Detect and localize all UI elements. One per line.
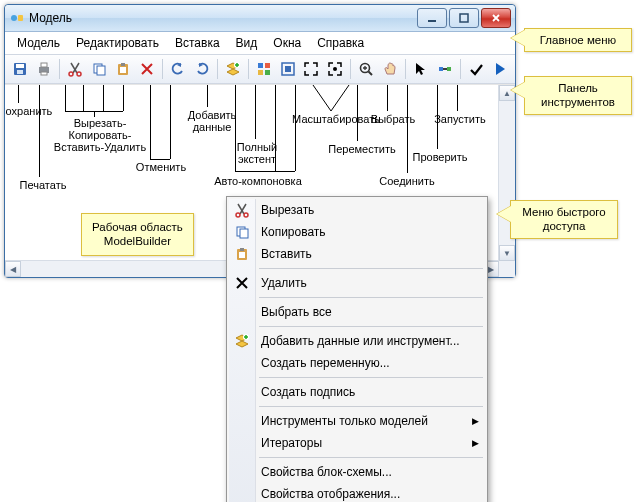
svg-rect-9: [41, 72, 47, 75]
ann-add-data: Добавить данные: [177, 109, 247, 133]
svg-rect-8: [41, 63, 47, 67]
toolbar-full-extent-icon[interactable]: [277, 58, 299, 80]
context-menu-item-label: Добавить данные или инструмент...: [261, 334, 460, 348]
context-menu-separator: [259, 326, 483, 327]
context-menu-item-label: Вставить: [261, 247, 312, 261]
svg-rect-1: [18, 15, 23, 21]
titlebar: Модель: [5, 5, 515, 32]
menu-windows[interactable]: Окна: [267, 34, 307, 52]
toolbar-separator: [59, 59, 60, 79]
ann-line: [255, 85, 256, 139]
delete-x-icon: [234, 275, 250, 291]
submenu-arrow-icon: ▶: [472, 416, 479, 426]
context-menu-item-label: Вырезать: [261, 203, 314, 217]
toolbar-zoom-in-icon[interactable]: [355, 58, 377, 80]
scroll-down-button[interactable]: ▼: [499, 245, 515, 261]
toolbar-validate-icon[interactable]: [465, 58, 487, 80]
callout-context-menu: Меню быстрого доступа: [510, 200, 618, 239]
close-button[interactable]: [481, 8, 511, 28]
toolbar-delete-icon[interactable]: [136, 58, 158, 80]
svg-rect-15: [121, 63, 125, 66]
svg-rect-27: [447, 67, 451, 71]
ann-line: [18, 85, 19, 103]
context-menu-item[interactable]: Копировать: [229, 221, 485, 243]
ann-line: [39, 85, 40, 177]
ann-line: [309, 85, 353, 113]
toolbar-separator: [217, 59, 218, 79]
toolbar-save-icon[interactable]: [9, 58, 31, 80]
svg-point-10: [69, 72, 73, 76]
context-menu-item[interactable]: Вставить: [229, 243, 485, 265]
svg-rect-20: [258, 70, 263, 75]
menu-view[interactable]: Вид: [230, 34, 264, 52]
toolbar-fit-icon[interactable]: [300, 58, 322, 80]
context-menu-item-label: Удалить: [261, 276, 307, 290]
toolbar-auto-layout-icon[interactable]: [253, 58, 275, 80]
svg-rect-23: [285, 66, 291, 72]
svg-rect-6: [17, 70, 23, 74]
toolbar-paste-icon[interactable]: [112, 58, 134, 80]
toolbar: [5, 54, 515, 84]
toolbar-undo-icon[interactable]: [167, 58, 189, 80]
svg-rect-3: [460, 14, 468, 22]
ann-line: [170, 85, 171, 159]
menu-model[interactable]: Модель: [11, 34, 66, 52]
toolbar-select-icon[interactable]: [410, 58, 432, 80]
maximize-button[interactable]: [449, 8, 479, 28]
menu-edit[interactable]: Редактировать: [70, 34, 165, 52]
context-menu-item[interactable]: Создать переменную...: [229, 352, 485, 374]
context-menu-item[interactable]: Добавить данные или инструмент...: [229, 330, 485, 352]
toolbar-redo-icon[interactable]: [191, 58, 213, 80]
svg-rect-19: [265, 63, 270, 68]
context-menu: ВырезатьКопироватьВставитьУдалитьВыбрать…: [226, 196, 488, 502]
minimize-button[interactable]: [417, 8, 447, 28]
context-menu-item[interactable]: Вырезать: [229, 199, 485, 221]
context-menu-item[interactable]: Создать подпись: [229, 381, 485, 403]
toolbar-print-icon[interactable]: [33, 58, 55, 80]
toolbar-add-data-icon[interactable]: [222, 58, 244, 80]
toolbar-cut-icon[interactable]: [64, 58, 86, 80]
svg-rect-2: [428, 20, 436, 22]
context-menu-item-label: Свойства отображения...: [261, 487, 400, 501]
toolbar-connect-icon[interactable]: [434, 58, 456, 80]
add-data-icon: [234, 333, 250, 349]
toolbar-copy-icon[interactable]: [88, 58, 110, 80]
context-menu-item[interactable]: Свойства отображения...: [229, 483, 485, 502]
context-menu-separator: [259, 457, 483, 458]
context-menu-item[interactable]: Свойства блок-схемы...: [229, 461, 485, 483]
submenu-arrow-icon: ▶: [472, 438, 479, 448]
svg-rect-13: [97, 66, 105, 75]
svg-point-28: [236, 213, 240, 217]
ann-undo: Отменить: [131, 161, 191, 173]
context-menu-item[interactable]: Выбрать все: [229, 301, 485, 323]
scroll-left-button[interactable]: ◀: [5, 261, 21, 277]
context-menu-item[interactable]: Итераторы▶: [229, 432, 485, 454]
ann-line: [387, 85, 388, 111]
callout-arrow: [511, 30, 525, 46]
svg-rect-21: [265, 70, 270, 75]
svg-point-29: [244, 213, 248, 217]
ann-run: Запустить: [425, 113, 495, 125]
svg-rect-31: [240, 229, 248, 238]
ann-line: [103, 85, 104, 111]
toolbar-pan-icon[interactable]: [379, 58, 401, 80]
ann-move: Переместить: [317, 143, 407, 155]
context-menu-item[interactable]: Инструменты только моделей▶: [229, 410, 485, 432]
context-menu-item-label: Выбрать все: [261, 305, 332, 319]
menu-insert[interactable]: Вставка: [169, 34, 226, 52]
workarea-label: Рабочая область ModelBuilder: [81, 213, 194, 256]
app-icon: [9, 10, 25, 26]
scroll-corner: [499, 261, 515, 277]
ann-cut-copy-paste-delete: Вырезать- Копировать- Вставить-Удалить: [45, 117, 155, 153]
context-menu-item-label: Свойства блок-схемы...: [261, 465, 392, 479]
toolbar-zoom-extent-icon[interactable]: [324, 58, 346, 80]
toolbar-run-icon[interactable]: [489, 58, 511, 80]
ann-line: [457, 85, 458, 111]
menubar: Модель Редактировать Вставка Вид Окна Сп…: [5, 32, 515, 54]
ann-auto-layout: Авто-компоновка: [203, 175, 313, 187]
context-menu-item[interactable]: Удалить: [229, 272, 485, 294]
svg-point-11: [77, 72, 81, 76]
ann-connect: Соединить: [367, 175, 447, 187]
menu-help[interactable]: Справка: [311, 34, 370, 52]
svg-rect-33: [240, 248, 244, 251]
